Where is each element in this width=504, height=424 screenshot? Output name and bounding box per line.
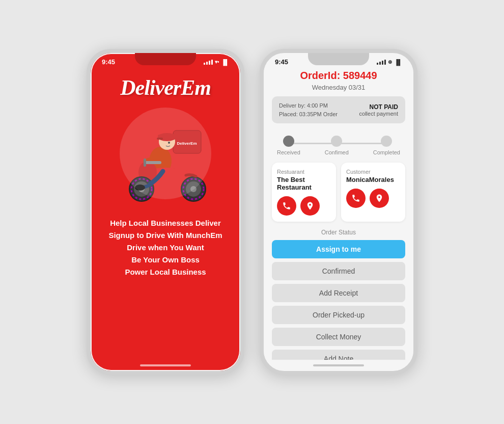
home-indicator-right — [264, 360, 413, 371]
restaurant-label: Restuarant — [277, 169, 331, 175]
order-id: OrderId: 589449 — [272, 70, 405, 82]
signal-icon — [204, 60, 213, 65]
customer-call-button[interactable] — [346, 189, 366, 208]
time-right: 9:45 — [275, 58, 288, 66]
customer-card: Customer MonicaMorales — [341, 163, 405, 222]
status-buttons: Assign to me Confirmed Add Receipt Order… — [272, 240, 405, 360]
brand-title: DeliverEm — [120, 75, 211, 100]
info-cards: Restuarant The Best Restaurant — [272, 163, 405, 222]
collect-money-button[interactable]: Collect Money — [272, 328, 405, 346]
notch — [135, 53, 196, 65]
tagline-line-4: Be Your Own Boss — [108, 254, 222, 266]
wifi-icon: ▾• — [215, 59, 219, 65]
scooter-circle-bg — [120, 108, 211, 199]
deliver-by: Deliver by: 4:00 PM — [279, 101, 338, 110]
delivery-info-left: Deliver by: 4:00 PM Placed: 03:35PM Orde… — [279, 101, 338, 118]
progress-dots: Received Confimed Completed — [277, 136, 400, 155]
add-receipt-button[interactable]: Add Receipt — [272, 284, 405, 302]
progress-section: Received Confimed Completed — [272, 130, 405, 163]
customer-icons — [346, 189, 400, 208]
tagline: Help Local Businesses Deliver Signup to … — [108, 217, 222, 278]
time-left: 9:45 — [102, 58, 115, 66]
step-received: Received — [277, 136, 300, 155]
restaurant-call-button[interactable] — [277, 196, 296, 216]
dot-completed — [381, 136, 392, 147]
order-picked-up-button[interactable]: Order Picked-up — [272, 306, 405, 324]
add-note-button[interactable]: Add Note — [272, 350, 405, 360]
customer-name: MonicaMorales — [346, 176, 400, 183]
dot-confirmed — [331, 136, 342, 147]
phones-container: 9:45 ▾• ▐▌ DeliverEm Deliv — [87, 49, 417, 375]
customer-location-button[interactable] — [370, 189, 389, 208]
dot-received — [283, 136, 294, 147]
tagline-line-5: Power Local Business — [108, 266, 222, 278]
not-paid-label: NOT PAID — [359, 103, 398, 111]
splash-content: DeliverEm DeliverEm — [91, 68, 240, 360]
notch-right — [308, 53, 369, 65]
status-icons-right: ⊛ ▐▌ — [377, 59, 402, 65]
home-indicator-left — [91, 360, 240, 371]
tagline-line-1: Help Local Businesses Deliver — [108, 217, 222, 229]
delivery-info-right: NOT PAID collect payment — [359, 103, 398, 117]
restaurant-icons — [277, 196, 331, 216]
delivery-info-card: Deliver by: 4:00 PM Placed: 03:35PM Orde… — [272, 96, 405, 123]
tagline-line-3: Drive when You Want — [108, 242, 222, 254]
signal-icon-right — [377, 60, 386, 65]
phone-splash: 9:45 ▾• ▐▌ DeliverEm Deliv — [87, 49, 244, 375]
status-icons-left: ▾• ▐▌ — [204, 59, 229, 65]
phone-order: 9:45 ⊛ ▐▌ OrderId: 589449 Wednesday 03/3… — [260, 49, 417, 375]
home-bar-right — [313, 364, 364, 366]
label-received: Received — [277, 149, 300, 155]
restaurant-card: Restuarant The Best Restaurant — [272, 163, 336, 222]
customer-label: Customer — [346, 169, 400, 175]
wifi-icon-right: ⊛ — [388, 59, 392, 65]
order-content: OrderId: 589449 Wednesday 03/31 Deliver … — [264, 68, 413, 360]
label-completed: Completed — [373, 149, 400, 155]
tagline-line-2: Signup to Drive With MunchEm — [108, 229, 222, 242]
order-status-label: Order Status — [272, 229, 405, 236]
step-confirmed: Confimed — [325, 136, 349, 155]
placed-time: Placed: 03:35PM Order — [279, 110, 338, 119]
assign-to-me-button[interactable]: Assign to me — [272, 240, 405, 258]
scooter-illustration: DeliverEm — [107, 100, 224, 212]
step-completed: Completed — [373, 136, 400, 155]
restaurant-name: The Best Restaurant — [277, 176, 331, 191]
battery-icon: ▐▌ — [221, 59, 229, 65]
order-date: Wednesday 03/31 — [272, 84, 405, 91]
label-confirmed: Confimed — [325, 149, 349, 155]
restaurant-location-button[interactable] — [300, 196, 320, 216]
collect-payment-label: collect payment — [359, 111, 398, 117]
home-bar-left — [140, 364, 191, 366]
confirmed-button[interactable]: Confirmed — [272, 262, 405, 280]
battery-icon-right: ▐▌ — [394, 59, 402, 65]
